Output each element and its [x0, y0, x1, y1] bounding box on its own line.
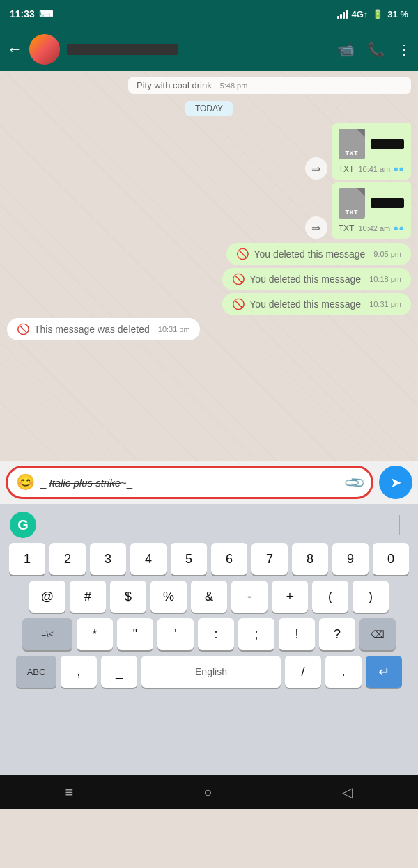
key-dollar[interactable]: $ [110, 581, 146, 613]
key-percent[interactable]: % [150, 581, 187, 613]
file-type-icon: TXT [339, 188, 365, 219]
nav-menu-icon[interactable]: ≡ [65, 784, 74, 800]
key-5[interactable]: 5 [171, 543, 207, 575]
msg-time: 10:42 am [358, 224, 390, 232]
key-at[interactable]: @ [29, 581, 65, 613]
deleted-msg-3: 🚫 You deleted this message 10:31 pm [222, 293, 411, 315]
signal-icon [337, 10, 348, 19]
key-ampersand[interactable]: & [191, 581, 227, 613]
message-row: ⇒ TXT TXT 10:41 am ●● [7, 123, 411, 180]
nav-bar: ≡ ○ ◁ [0, 775, 418, 809]
key-6[interactable]: 6 [211, 543, 247, 575]
key-open-paren[interactable]: ( [312, 581, 348, 613]
comma-key[interactable]: , [61, 656, 97, 688]
status-bar: 11:33 ⌨ 4G↑ 🔋 31 % [0, 0, 418, 28]
video-call-icon[interactable]: 📹 [337, 41, 355, 58]
voice-call-icon[interactable]: 📞 [367, 41, 385, 58]
deleted-time: 10:18 pm [369, 275, 401, 283]
file-ext-label: TXT [339, 164, 355, 174]
key-plus[interactable]: + [272, 581, 308, 613]
network-type: 4G↑ [352, 9, 369, 19]
message-input-text[interactable]: _ Italic plus strike~_ [40, 477, 340, 489]
key-semicolon[interactable]: ; [238, 618, 274, 650]
deleted-msg-2: 🚫 You deleted this message 10:18 pm [222, 268, 411, 290]
toolbar-divider [45, 515, 45, 535]
emoji-button[interactable]: 😊 [16, 473, 35, 491]
deleted-icon: 🚫 [232, 298, 245, 310]
msg-time: 10:41 am [358, 165, 390, 173]
key-2[interactable]: 2 [49, 543, 86, 575]
file-name [371, 198, 404, 208]
file-name [371, 139, 404, 149]
space-key[interactable]: English [141, 656, 281, 688]
input-suffix: ~_ [121, 477, 132, 489]
deleted-incoming-msg: 🚫 This message was deleted 10:31 pm [7, 318, 200, 340]
message-row: 🚫 You deleted this message 9:05 pm [7, 243, 411, 265]
key-asterisk[interactable]: * [77, 618, 113, 650]
deleted-text: You deleted this message [249, 299, 361, 310]
key-7[interactable]: 7 [251, 543, 288, 575]
key-special-chars[interactable]: =\< [22, 618, 72, 650]
status-time: 11:33 [10, 8, 35, 19]
deleted-icon: 🚫 [232, 273, 245, 285]
key-hash[interactable]: # [70, 581, 106, 613]
underscore-key[interactable]: _ [101, 656, 137, 688]
chat-header: ← 📹 📞 ⋮ [0, 28, 418, 71]
deleted-icon: 🚫 [236, 248, 249, 260]
contact-avatar[interactable] [29, 34, 60, 65]
previous-message: Pity with coal drink 5:48 pm [128, 77, 411, 94]
forward-icon[interactable]: ⇒ [305, 216, 327, 239]
symbol-row-2: =\< * " ' : ; ! ? ⌫ [6, 618, 412, 650]
symbol-row-1: @ # $ % & - + ( ) [6, 581, 412, 613]
menu-icon[interactable]: ⋮ [397, 41, 411, 58]
attach-button[interactable]: 📎 [342, 471, 366, 495]
prev-msg-text: Pity with coal drink [137, 80, 212, 90]
message-row: 🚫 This message was deleted 10:31 pm [7, 318, 411, 340]
message-input-box[interactable]: 😊 _ Italic plus strike~_ 📎 [6, 466, 373, 499]
abc-key[interactable]: ABC [16, 656, 56, 688]
grammarly-button[interactable]: G [10, 512, 36, 538]
key-1[interactable]: 1 [9, 543, 45, 575]
nav-home-icon[interactable]: ○ [203, 784, 212, 800]
deleted-time: 10:31 pm [369, 300, 401, 308]
key-4[interactable]: 4 [130, 543, 167, 575]
key-question[interactable]: ? [319, 618, 355, 650]
number-row: 1 2 3 4 5 6 7 8 9 0 [6, 543, 412, 575]
forward-icon[interactable]: ⇒ [305, 157, 327, 180]
toolbar-divider-2 [399, 515, 400, 535]
key-8[interactable]: 8 [292, 543, 328, 575]
keyboard: G 1 2 3 4 5 6 7 8 9 0 @ # $ % & - + ( ) [0, 504, 418, 775]
key-colon[interactable]: : [198, 618, 234, 650]
contact-name [67, 44, 178, 55]
chat-area: Pity with coal drink 5:48 pm TODAY ⇒ TXT… [0, 71, 418, 461]
enter-key[interactable]: ↵ [366, 656, 402, 688]
back-button[interactable]: ← [7, 40, 22, 58]
message-row: ⇒ TXT TXT 10:42 am ●● [7, 182, 411, 239]
file-bubble-1: TXT TXT 10:41 am ●● [332, 123, 411, 180]
key-quote[interactable]: " [117, 618, 153, 650]
backspace-key[interactable]: ⌫ [359, 618, 396, 650]
prev-msg-time: 5:48 pm [220, 81, 248, 90]
message-row: 🚫 You deleted this message 10:18 pm [7, 268, 411, 290]
key-rows: 1 2 3 4 5 6 7 8 9 0 @ # $ % & - + ( ) =\… [3, 543, 415, 688]
keyboard-toolbar: G [3, 510, 415, 540]
key-9[interactable]: 9 [332, 543, 369, 575]
send-button[interactable]: ➤ [379, 466, 412, 499]
deleted-text: This message was deleted [34, 324, 150, 335]
deleted-text: You deleted this message [249, 274, 361, 285]
period-key[interactable]: . [325, 656, 362, 688]
key-close-paren[interactable]: ) [353, 581, 389, 613]
key-3[interactable]: 3 [90, 543, 126, 575]
contact-info[interactable] [67, 44, 330, 55]
key-exclaim[interactable]: ! [279, 618, 315, 650]
key-dash[interactable]: - [231, 581, 268, 613]
italic-strike-text: Italic plus strike [49, 477, 121, 489]
key-0[interactable]: 0 [373, 543, 409, 575]
nav-back-icon[interactable]: ◁ [342, 784, 353, 800]
file-bubble-2: TXT TXT 10:42 am ●● [332, 182, 411, 239]
slash-key[interactable]: / [285, 656, 321, 688]
read-ticks: ●● [393, 223, 404, 233]
read-ticks: ●● [393, 164, 404, 174]
header-actions: 📹 📞 ⋮ [337, 41, 411, 58]
key-apostrophe[interactable]: ' [157, 618, 194, 650]
